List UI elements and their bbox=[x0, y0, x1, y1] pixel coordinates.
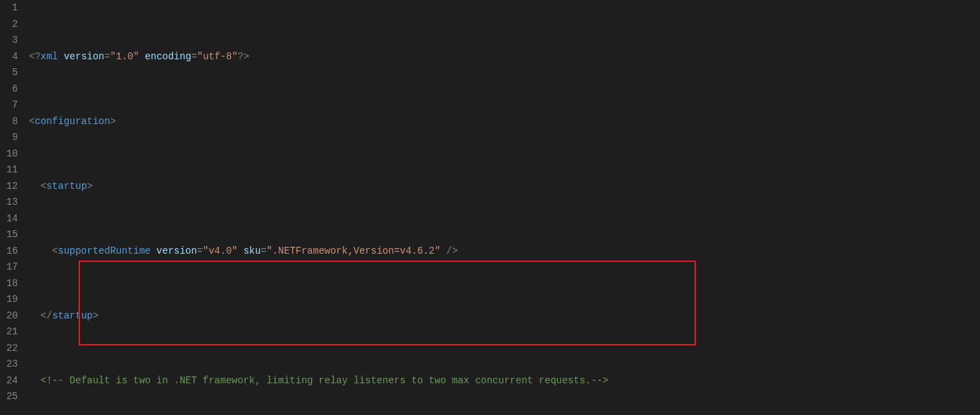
line-number: 14 bbox=[0, 211, 18, 227]
xml-tag: supportedRuntime bbox=[58, 245, 150, 256]
line-number-gutter: 1 2 3 4 5 6 7 8 9 10 11 12 13 14 15 16 1… bbox=[0, 0, 25, 415]
line-number: 16 bbox=[0, 243, 18, 260]
line-number: 3 bbox=[0, 32, 18, 49]
code-editor[interactable]: 1 2 3 4 5 6 7 8 9 10 11 12 13 14 15 16 1… bbox=[0, 0, 980, 415]
xml-close-tag: startup bbox=[52, 310, 93, 321]
line-number: 5 bbox=[0, 65, 18, 81]
line-number: 18 bbox=[0, 276, 18, 292]
code-line[interactable]: <?xml version="1.0" encoding="utf-8"?> bbox=[29, 49, 980, 65]
line-number: 15 bbox=[0, 227, 18, 243]
attr-name: version bbox=[157, 245, 197, 256]
attr-name: encoding bbox=[145, 51, 191, 62]
attr-value: .NETFramework,Version=v4.6.2 bbox=[272, 245, 434, 256]
code-line[interactable]: </startup> bbox=[29, 308, 980, 325]
line-number: 12 bbox=[0, 179, 18, 195]
line-number: 22 bbox=[0, 341, 18, 357]
xml-pi-target: xml bbox=[41, 51, 58, 62]
line-number: 1 bbox=[0, 0, 18, 17]
highlight-annotation bbox=[79, 261, 696, 345]
attr-value: v4.0 bbox=[208, 245, 232, 256]
code-line[interactable]: <startup> bbox=[29, 179, 980, 195]
code-line[interactable]: <supportedRuntime version="v4.0" sku=".N… bbox=[29, 243, 980, 260]
line-number: 4 bbox=[0, 49, 18, 65]
attr-value: "1.0" bbox=[110, 51, 139, 62]
line-number: 6 bbox=[0, 81, 18, 98]
xml-tag: configuration bbox=[34, 116, 110, 127]
line-number: 8 bbox=[0, 114, 18, 130]
attr-name: version bbox=[63, 51, 104, 62]
line-number: 13 bbox=[0, 194, 18, 211]
line-number: 9 bbox=[0, 130, 18, 146]
line-number: 21 bbox=[0, 324, 18, 341]
line-number: 10 bbox=[0, 146, 18, 163]
line-number: 24 bbox=[0, 373, 18, 389]
xml-tag: startup bbox=[46, 181, 87, 192]
line-number: 19 bbox=[0, 292, 18, 308]
line-number: 2 bbox=[0, 17, 18, 33]
line-number: 25 bbox=[0, 389, 18, 405]
code-area[interactable]: <?xml version="1.0" encoding="utf-8"?> <… bbox=[25, 0, 980, 415]
line-number: 7 bbox=[0, 97, 18, 114]
attr-name: sku bbox=[243, 245, 261, 256]
line-number: 23 bbox=[0, 356, 18, 373]
line-number: 17 bbox=[0, 259, 18, 276]
code-line[interactable]: <!-- Default is two in .NET framework, l… bbox=[29, 373, 980, 389]
code-line[interactable]: <configuration> bbox=[29, 114, 980, 130]
line-number: 20 bbox=[0, 308, 18, 325]
xml-comment: <!-- Default is two in .NET framework, l… bbox=[41, 375, 608, 386]
attr-value: "utf-8" bbox=[197, 51, 238, 62]
line-number: 11 bbox=[0, 162, 18, 179]
